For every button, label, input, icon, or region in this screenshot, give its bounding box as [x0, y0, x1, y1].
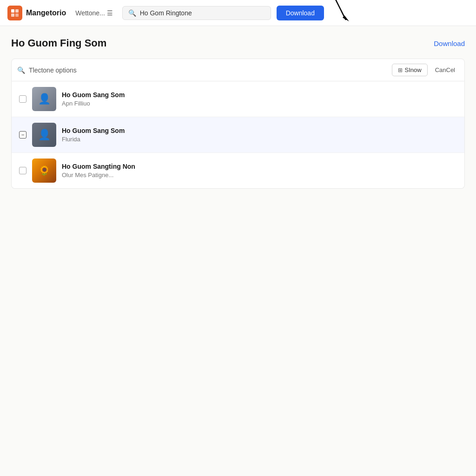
item-info-2: Ho Guom Sang Som Flurida	[62, 127, 457, 143]
item-info-1: Ho Guom Sang Som Apn Filliuo	[62, 91, 457, 107]
item-subtitle-1: Apn Filliuo	[62, 100, 457, 107]
svg-rect-2	[11, 13, 14, 17]
show-button-label: SInow	[405, 66, 422, 73]
thumbnail-1: 👤	[32, 87, 56, 111]
arrow-icon	[330, 0, 355, 25]
main-content: Ho Guom Fing Som Download 🔍 Tlectone opt…	[0, 26, 476, 189]
list-item: 🌻 Ho Guom Sangting Non Olur Mes Patigne.…	[12, 153, 464, 188]
list-item: 👤 Ho Guom Sang Som Apn Filliuo	[12, 81, 464, 117]
nav-item[interactable]: Wettone... ☰	[72, 9, 116, 17]
filter-label: Tlectone options	[29, 66, 77, 74]
search-bar: 🔍	[122, 6, 271, 20]
svg-rect-0	[11, 9, 14, 13]
thumbnail-3: 🌻	[32, 159, 56, 183]
arrow-annotation	[330, 0, 357, 27]
show-button[interactable]: ⊞ SInow	[392, 64, 428, 76]
checkbox-3[interactable]	[19, 167, 26, 174]
checkbox-1[interactable]	[19, 95, 26, 103]
item-subtitle-2: Flurida	[62, 136, 457, 143]
thumbnail-2: 👤	[32, 123, 56, 147]
app-name: Mangetorio	[26, 9, 66, 17]
filter-search-icon: 🔍	[17, 66, 25, 74]
filter-left: 🔍 Tlectone options	[17, 66, 77, 74]
logo-icon	[7, 6, 22, 20]
app-header: Mangetorio Wettone... ☰ 🔍 Download	[0, 0, 476, 26]
search-icon: 🔍	[128, 9, 136, 17]
filter-bar: 🔍 Tlectone options ⊞ SInow CanCel	[11, 59, 465, 81]
filter-right: ⊞ SInow CanCel	[392, 64, 459, 76]
grid-icon: ⊞	[398, 67, 403, 73]
header-download-button[interactable]: Download	[277, 6, 324, 20]
logo-container[interactable]: Mangetorio	[7, 6, 66, 20]
item-title-1: Ho Guom Sang Som	[62, 91, 457, 99]
item-title-2: Ho Guom Sang Som	[62, 127, 457, 134]
page-header: Ho Guom Fing Som Download	[11, 37, 465, 49]
item-title-3: Ho Guom Sangting Non	[62, 163, 457, 170]
thumbnail-person-icon-1: 👤	[32, 87, 56, 111]
list-item: 👤 Ho Guom Sang Som Flurida	[12, 117, 464, 153]
results-list: 👤 Ho Guom Sang Som Apn Filliuo 👤 Ho Guom…	[11, 81, 465, 189]
thumbnail-flowers-icon: 🌻	[32, 159, 56, 183]
item-info-3: Ho Guom Sangting Non Olur Mes Patigne...	[62, 163, 457, 178]
item-subtitle-3: Olur Mes Patigne...	[62, 172, 457, 178]
thumbnail-person-icon-2: 👤	[32, 123, 56, 147]
svg-rect-3	[15, 13, 19, 17]
page-title: Ho Guom Fing Som	[11, 37, 106, 49]
search-input[interactable]	[140, 9, 265, 17]
checkbox-2[interactable]	[19, 131, 26, 139]
page-download-link[interactable]: Download	[434, 40, 465, 47]
cancel-button[interactable]: CanCel	[431, 64, 459, 76]
svg-rect-1	[15, 9, 19, 13]
